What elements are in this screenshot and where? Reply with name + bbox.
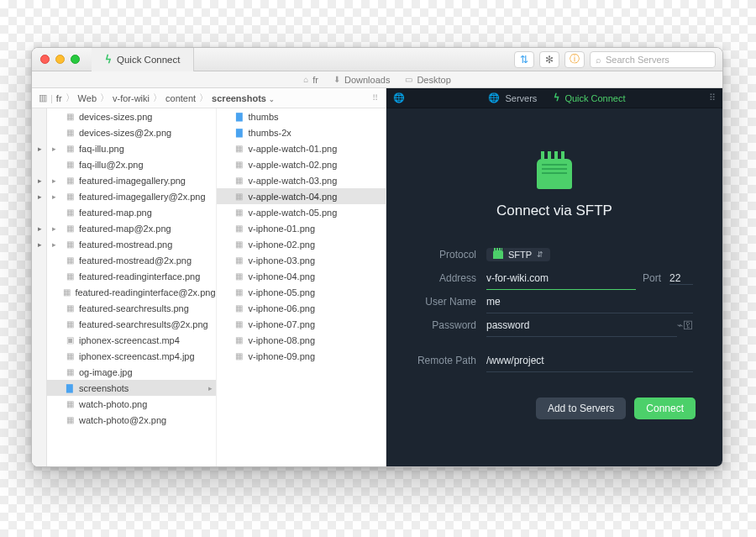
close-window-button[interactable] (40, 55, 50, 64)
file-row[interactable]: ▸▦iphonex-screencast.mp4.jpg (47, 348, 216, 364)
file-row[interactable]: ▸▣iphonex-screencast.mp4 (47, 332, 216, 348)
file-row[interactable]: ▸▦featured-map.png (47, 204, 216, 220)
label-username: User Name (416, 296, 486, 308)
file-row[interactable]: ▸▦v-iphone-07.png (217, 316, 386, 332)
crumb[interactable]: fr (56, 93, 62, 103)
file-row[interactable]: ▸▦v-iphone-03.png (217, 252, 386, 268)
image-icon: ▦ (234, 271, 245, 282)
transfer-icon: ⇅ (520, 54, 528, 66)
sync-button[interactable]: ⇅ (514, 51, 534, 68)
image-icon: ▦ (64, 191, 76, 203)
crumb-current[interactable]: screenshots ⌄ (212, 93, 275, 103)
globe-icon[interactable]: 🌐 (393, 92, 405, 103)
tab-servers[interactable]: 🌐 Servers (488, 92, 537, 103)
file-row[interactable]: ▸▦watch-photo@2x.png (47, 412, 216, 428)
gutter-row (32, 412, 47, 428)
connect-button[interactable]: Connect (634, 397, 696, 419)
file-row[interactable]: ▸▦devices-sizes.png (47, 108, 216, 124)
file-row[interactable]: ▸▦v-iphone-06.png (217, 300, 386, 316)
tab-label: Quick Connect (117, 55, 180, 65)
port-input[interactable]: 22 (669, 272, 693, 285)
key-icon[interactable]: ⌁⚿ (677, 319, 693, 331)
view-options-icon[interactable]: ⠿ (372, 93, 379, 103)
file-name: featured-mostread.png (79, 240, 172, 250)
minimize-window-button[interactable] (55, 55, 65, 64)
image-icon: ▦ (64, 319, 76, 330)
file-row[interactable]: ▸▦v-apple-watch-01.png (217, 140, 386, 156)
panel-options-icon[interactable]: ⠿ (709, 92, 716, 103)
gutter-row (32, 300, 47, 316)
file-row[interactable]: ▸▦v-iphone-02.png (217, 236, 386, 252)
crumb[interactable]: v-for-wiki (113, 93, 150, 103)
info-button[interactable]: ⓘ (564, 51, 585, 68)
tab-quick-connect[interactable]: ϟ Quick Connect (92, 48, 194, 71)
file-row[interactable]: ▸▇thumbs (217, 108, 386, 124)
search-icon: ⌕ (596, 55, 601, 65)
file-row[interactable]: ▸▇thumbs-2x (217, 124, 386, 140)
file-row[interactable]: ▸▦featured-mostread@2x.png (47, 252, 216, 268)
search-placeholder: Search Servers (606, 55, 669, 65)
disclosure-icon: ▸ (52, 240, 60, 249)
column-1: ▸▦devices-sizes.png▸▦devices-sizes@2x.pn… (47, 108, 217, 466)
file-row[interactable]: ▸▦featured-searchresults.png (47, 300, 216, 316)
sftp-plug-icon (537, 159, 572, 189)
file-name: iphonex-screencast.mp4 (79, 335, 180, 345)
favorite-home[interactable]: ⌂fr (303, 75, 318, 85)
add-to-servers-button[interactable]: Add to Servers (536, 397, 626, 419)
username-input[interactable]: me (486, 290, 693, 313)
remote-path-input[interactable]: /www/project (486, 349, 693, 372)
file-row[interactable]: ▸▦featured-readinginterface.png (47, 268, 216, 284)
image-icon: ▦ (64, 111, 76, 123)
gutter-row (32, 268, 47, 284)
file-row[interactable]: ▸▇screenshots▸ (47, 380, 216, 396)
file-row[interactable]: ▸▦og-image.jpg (47, 364, 216, 380)
file-row[interactable]: ▸▦v-iphone-04.png (217, 268, 386, 284)
favorite-desktop[interactable]: ▭Desktop (405, 75, 450, 85)
file-row[interactable]: ▸▦faq-illu@2x.png (47, 156, 216, 172)
file-row[interactable]: ▸▦devices-sizes@2x.png (47, 124, 216, 140)
file-row[interactable]: ▸▦v-apple-watch-03.png (217, 172, 386, 188)
address-input[interactable]: v-for-wiki.com (486, 266, 636, 290)
folder-icon: ▇ (64, 382, 76, 394)
file-row[interactable]: ▸▦faq-illu.png (47, 140, 216, 156)
file-row[interactable]: ▸▦featured-mostread.png (47, 236, 216, 252)
image-icon: ▦ (234, 255, 245, 266)
folder-icon: ▇ (234, 127, 245, 139)
settings-button[interactable]: ✻ (539, 51, 559, 68)
gutter-row (32, 284, 47, 300)
file-row[interactable]: ▸▦watch-photo.png (47, 396, 216, 412)
password-input[interactable]: password (486, 313, 677, 337)
file-row[interactable]: ▸▦v-iphone-01.png (217, 220, 386, 236)
gutter-row (32, 316, 47, 332)
file-row[interactable]: ▸▦v-iphone-05.png (217, 284, 386, 300)
image-icon: ▦ (62, 287, 71, 298)
gutter-row: ▸ (32, 188, 47, 204)
zoom-window-button[interactable] (71, 55, 80, 64)
label-password: Password (416, 319, 486, 331)
search-servers-input[interactable]: ⌕ Search Servers (590, 51, 716, 68)
tab-quick-connect-right[interactable]: ϟ Quick Connect (554, 92, 625, 103)
crumb[interactable]: Web (78, 93, 97, 103)
file-row[interactable]: ▸▦featured-imagegallery.png (47, 172, 216, 188)
file-row[interactable]: ▸▦v-apple-watch-05.png (217, 204, 386, 220)
file-name: v-iphone-04.png (249, 271, 316, 282)
image-icon: ▦ (64, 414, 76, 426)
file-row[interactable]: ▸▦featured-searchresults@2x.png (47, 316, 216, 332)
file-row[interactable]: ▸▦featured-imagegallery@2x.png (47, 188, 216, 204)
protocol-select[interactable]: SFTP ⇵ (486, 248, 550, 261)
crumb[interactable]: content (165, 93, 196, 103)
file-row[interactable]: ▸▦v-apple-watch-04.png (217, 188, 386, 204)
video-icon: ▣ (64, 334, 76, 346)
gutter-row (32, 252, 47, 268)
file-row[interactable]: ▸▦featured-map@2x.png (47, 220, 216, 236)
file-row[interactable]: ▸▦featured-readinginterface@2x.png (47, 284, 216, 300)
file-name: watch-photo.png (79, 399, 147, 409)
favorite-downloads[interactable]: ⬇Downloads (333, 75, 390, 85)
image-icon: ▦ (234, 334, 245, 346)
file-row[interactable]: ▸▦v-iphone-08.png (217, 332, 386, 348)
file-row[interactable]: ▸▦v-apple-watch-02.png (217, 156, 386, 172)
image-icon: ▦ (64, 223, 76, 234)
sidebar-toggle-icon[interactable]: ▥ (39, 92, 47, 103)
gutter-row (32, 348, 47, 364)
file-row[interactable]: ▸▦v-iphone-09.png (217, 348, 386, 364)
